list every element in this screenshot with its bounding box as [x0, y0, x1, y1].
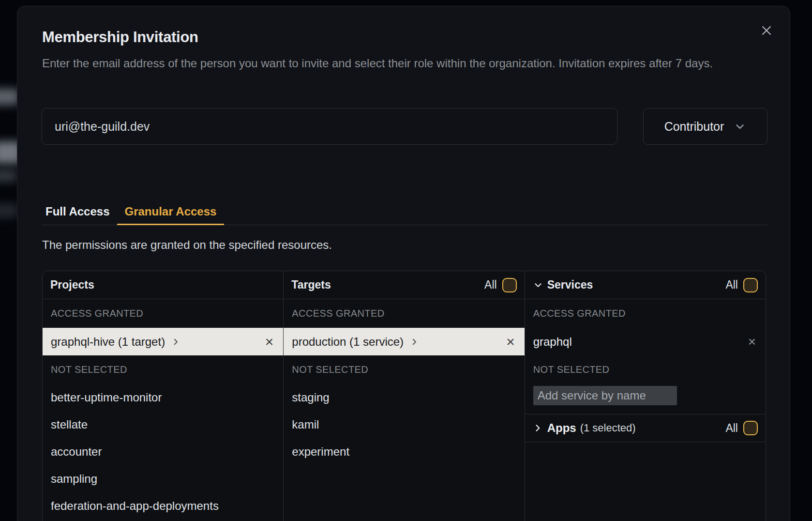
granted-target-row[interactable]: production (1 service) ×	[284, 328, 524, 355]
projects-column-title: Projects	[50, 278, 94, 291]
chevron-right-icon	[533, 423, 542, 433]
services-all-group: All	[725, 278, 758, 292]
projects-column-header: Projects	[43, 271, 283, 299]
targets-all-group: All	[484, 278, 517, 292]
screen: Membership Invitation Enter the email ad…	[0, 0, 812, 521]
services-column: Services All ACCESS GRANTED graphql × NO…	[525, 271, 766, 521]
email-input[interactable]	[42, 108, 617, 145]
services-not-selected-label: NOT SELECTED	[525, 355, 766, 384]
targets-column-title: Targets	[291, 278, 331, 291]
targets-access-granted-label: ACCESS GRANTED	[284, 299, 524, 328]
projects-access-granted-label: ACCESS GRANTED	[43, 299, 283, 328]
background-blur-shape	[0, 169, 17, 182]
apps-all-checkbox[interactable]	[743, 421, 758, 435]
dialog-description: Enter the email address of the person yo…	[42, 54, 768, 73]
chevron-down-icon	[734, 120, 746, 133]
targets-all-checkbox[interactable]	[502, 278, 517, 292]
project-list-item[interactable]: accounter	[43, 438, 283, 465]
services-column-title: Services	[547, 278, 593, 291]
role-select-value: Contributor	[664, 120, 724, 134]
chevron-right-icon	[410, 337, 419, 346]
project-list-item[interactable]: stellate	[43, 411, 283, 438]
target-list-item[interactable]: experiment	[284, 438, 524, 465]
services-column-header: Services All	[525, 271, 766, 299]
granted-project-row[interactable]: graphql-hive (1 target) ×	[43, 328, 283, 355]
apps-all-group: All	[725, 421, 758, 435]
chevron-down-icon[interactable]	[533, 280, 543, 291]
services-access-granted-label: ACCESS GRANTED	[525, 299, 766, 328]
targets-all-label: All	[484, 278, 497, 291]
tab-full-access[interactable]: Full Access	[45, 205, 110, 225]
resource-picker: Projects ACCESS GRANTED graphql-hive (1 …	[42, 271, 766, 521]
granted-project-label: graphql-hive (1 target)	[51, 335, 165, 349]
tab-granular-access[interactable]: Granular Access	[117, 205, 225, 225]
access-tabs: Full Access Granular Access	[42, 205, 767, 225]
target-list-item[interactable]: kamil	[284, 411, 524, 438]
projects-column: Projects ACCESS GRANTED graphql-hive (1 …	[43, 271, 283, 521]
target-list-item[interactable]: staging	[284, 384, 524, 411]
targets-column: Targets All ACCESS GRANTED production (1…	[283, 271, 524, 521]
granted-target-label: production (1 service)	[292, 335, 404, 349]
dialog-title: Membership Invitation	[42, 28, 198, 47]
targets-column-header: Targets All	[284, 271, 524, 299]
add-service-input[interactable]	[533, 386, 677, 405]
granted-service-label: graphql	[533, 335, 572, 349]
apps-selected-count: (1 selected)	[580, 422, 636, 434]
services-all-checkbox[interactable]	[743, 278, 758, 292]
close-button[interactable]	[755, 19, 778, 42]
membership-invitation-dialog: Membership Invitation Enter the email ad…	[17, 6, 790, 521]
role-select[interactable]: Contributor	[643, 108, 767, 145]
project-list-item[interactable]: sampling	[43, 465, 283, 492]
project-list-item[interactable]: federation-and-app-deployments	[43, 492, 283, 520]
close-icon	[761, 25, 772, 36]
remove-project-button[interactable]: ×	[265, 335, 274, 349]
remove-service-button[interactable]: ×	[748, 335, 756, 349]
apps-section-row[interactable]: Apps (1 selected) All	[525, 414, 766, 442]
apps-all-label: All	[725, 422, 738, 435]
remove-target-button[interactable]: ×	[506, 335, 515, 349]
services-all-label: All	[725, 278, 738, 291]
permissions-note: The permissions are granted on the speci…	[42, 238, 332, 252]
apps-section-title: Apps	[547, 421, 576, 435]
background-blur-shape	[0, 89, 19, 105]
background-blur-shape	[0, 203, 18, 218]
granted-service-row[interactable]: graphql ×	[525, 328, 766, 355]
projects-not-selected-label: NOT SELECTED	[43, 355, 283, 384]
chevron-right-icon	[171, 337, 180, 346]
project-list-item[interactable]: better-uptime-monitor	[43, 384, 283, 411]
targets-not-selected-label: NOT SELECTED	[284, 355, 524, 384]
